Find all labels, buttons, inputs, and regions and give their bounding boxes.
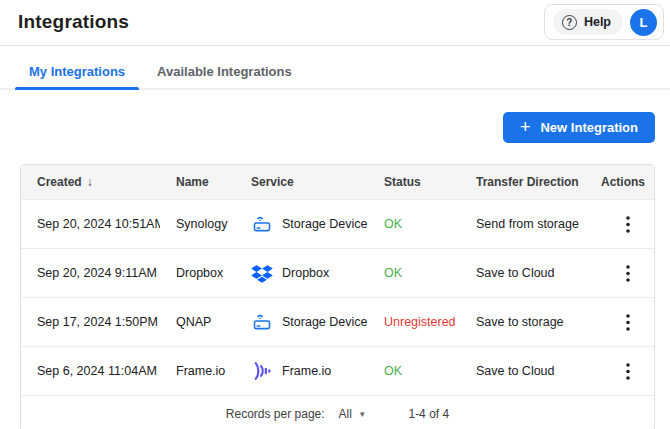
service-label: Storage Device xyxy=(282,217,367,231)
created-cell: Sep 17, 2024 1:50PM xyxy=(21,298,160,347)
kebab-menu-icon xyxy=(626,265,630,282)
created-cell: Sep 20, 2024 10:51AM xyxy=(21,200,160,249)
page-header: Integrations ? Help L xyxy=(0,0,670,46)
column-header-status: Status xyxy=(368,165,460,200)
service-label: Frame.io xyxy=(282,364,331,378)
status-badge: OK xyxy=(384,217,402,231)
table-row: Sep 6, 2024 11:04AM Frame.io xyxy=(21,347,654,396)
name-cell: Frame.io xyxy=(160,347,235,396)
user-avatar[interactable]: L xyxy=(630,9,657,36)
tab-my-integrations[interactable]: My Integrations xyxy=(15,59,139,88)
name-cell: Dropbox xyxy=(160,249,235,298)
column-header-name: Name xyxy=(160,165,235,200)
status-badge: OK xyxy=(384,364,402,378)
new-integration-button[interactable]: + New Integration xyxy=(503,112,655,143)
sort-descending-icon[interactable]: ↓ xyxy=(87,175,93,189)
help-button[interactable]: ? Help xyxy=(553,9,623,35)
name-cell: Synology xyxy=(160,200,235,249)
created-cell: Sep 6, 2024 11:04AM xyxy=(21,347,160,396)
service-label: Dropbox xyxy=(282,266,329,280)
direction-cell: Save to Cloud xyxy=(460,347,585,396)
tab-bar: My Integrations Available Integrations xyxy=(0,46,670,90)
kebab-menu-icon xyxy=(626,314,630,331)
created-cell: Sep 20, 2024 9:11AM xyxy=(21,249,160,298)
row-actions-menu-button[interactable] xyxy=(624,359,632,384)
direction-cell: Save to Cloud xyxy=(460,249,585,298)
records-per-page-label: Records per page: xyxy=(226,407,325,421)
direction-cell: Send from storage xyxy=(460,200,585,249)
new-integration-label: New Integration xyxy=(540,120,638,135)
toolbar: + New Integration xyxy=(0,90,670,143)
column-header-service: Service xyxy=(235,165,368,200)
table-row: Sep 20, 2024 10:51AM Synology Storage De… xyxy=(21,200,654,249)
frameio-icon xyxy=(251,360,273,382)
dropbox-icon xyxy=(251,262,273,284)
kebab-menu-icon xyxy=(626,216,630,233)
integrations-table: Created↓ Name Service Status Transfer Di… xyxy=(20,164,655,429)
status-badge: Unregistered xyxy=(384,315,456,329)
header-actions-group: ? Help L xyxy=(544,4,664,40)
pagination-range: 1-4 of 4 xyxy=(408,407,449,421)
column-header-direction: Transfer Direction xyxy=(460,165,585,200)
storage-device-icon xyxy=(251,213,273,235)
records-per-page-value: All xyxy=(339,407,352,421)
table-header-row: Created↓ Name Service Status Transfer Di… xyxy=(21,165,654,200)
service-label: Storage Device xyxy=(282,315,367,329)
row-actions-menu-button[interactable] xyxy=(624,310,632,335)
kebab-menu-icon xyxy=(626,363,630,380)
records-per-page-select[interactable]: All ▾ xyxy=(339,407,365,421)
tab-available-integrations[interactable]: Available Integrations xyxy=(143,59,306,88)
plus-icon: + xyxy=(520,118,531,136)
chevron-down-icon: ▾ xyxy=(360,409,365,419)
direction-cell: Save to storage xyxy=(460,298,585,347)
table-row: Sep 17, 2024 1:50PM QNAP Storage Device … xyxy=(21,298,654,347)
column-header-created[interactable]: Created↓ xyxy=(21,165,160,200)
name-cell: QNAP xyxy=(160,298,235,347)
question-circle-icon: ? xyxy=(562,15,577,30)
column-header-actions: Actions xyxy=(585,165,654,200)
storage-device-icon xyxy=(251,311,273,333)
row-actions-menu-button[interactable] xyxy=(624,261,632,286)
table-pagination: Records per page: All ▾ 1-4 of 4 xyxy=(21,395,654,429)
page-title: Integrations xyxy=(18,11,129,33)
table-row: Sep 20, 2024 9:11AM Dropbox xyxy=(21,249,654,298)
help-button-label: Help xyxy=(584,15,611,29)
row-actions-menu-button[interactable] xyxy=(624,212,632,237)
status-badge: OK xyxy=(384,266,402,280)
